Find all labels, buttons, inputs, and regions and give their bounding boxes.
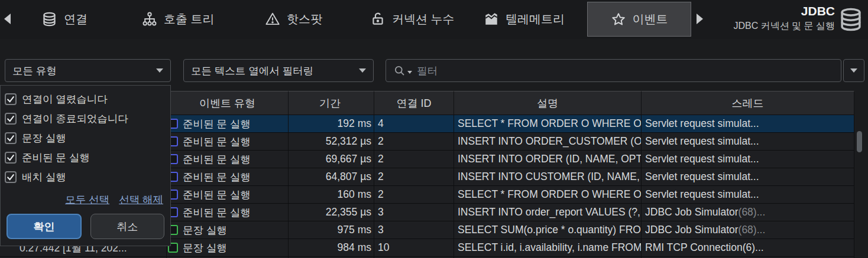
description-cell: INSERT INTO ORDER (ID, NAME, OPTIONS... bbox=[454, 151, 642, 168]
dropdown-value: 모든 유형 bbox=[12, 64, 57, 78]
telemetry-chart-icon bbox=[484, 11, 499, 27]
tab-label: 호출 트리 bbox=[164, 11, 215, 27]
connection-id-cell: 2 bbox=[374, 133, 454, 151]
thread-name: Servlet request simulat... bbox=[645, 171, 759, 183]
star-icon bbox=[611, 12, 626, 27]
duration-cell: 975 ms bbox=[289, 221, 374, 239]
thread-name: Servlet request simulat... bbox=[645, 117, 759, 130]
view-subtitle: JDBC 커넥션 및 문 실행 bbox=[733, 20, 835, 32]
thread-cell: Servlet request simulat... bbox=[642, 186, 854, 204]
search-icon bbox=[393, 64, 406, 77]
checkbox-checked-icon[interactable] bbox=[5, 132, 17, 144]
connection-id-cell: 3 bbox=[374, 204, 454, 221]
event-type-label: 문장 실행 bbox=[183, 223, 227, 237]
search-placeholder: 필터 bbox=[417, 64, 438, 78]
connection-id-cell: 2 bbox=[374, 186, 454, 204]
tab-label: 연결 bbox=[64, 11, 88, 27]
search-options-chevron-icon bbox=[407, 71, 412, 74]
duration-cell: 160 ms bbox=[289, 186, 374, 204]
checkbox-checked-icon[interactable] bbox=[5, 113, 17, 125]
select-all-link[interactable]: 모두 선택 bbox=[65, 192, 109, 207]
thread-cell: Servlet request simulat... bbox=[642, 115, 854, 133]
event-type-cell: 준비된 문 실행 bbox=[167, 168, 289, 186]
tab-label: 이벤트 bbox=[633, 11, 668, 27]
thread-name: Servlet request simulat... bbox=[645, 153, 759, 165]
duration-cell: 984 ms bbox=[289, 239, 374, 257]
checkbox-checked-icon[interactable] bbox=[5, 171, 17, 183]
tab-bar: 연결 호출 트리 핫스팟 bbox=[0, 0, 868, 39]
thread-cell: Servlet request simulat... bbox=[642, 168, 854, 186]
event-type-cell: 준비된 문 실행 bbox=[167, 204, 289, 221]
tab-hotspots[interactable]: 핫스팟 bbox=[265, 0, 322, 38]
deselect-link[interactable]: 선택 해제 bbox=[119, 192, 163, 207]
event-type-label: 준비된 문 실행 bbox=[183, 205, 251, 220]
description-cell: SELECT SUM(o.price * o.quantity) FROM c.… bbox=[454, 221, 642, 239]
duration-cell: 52,312 µs bbox=[289, 133, 374, 151]
event-type-label: 준비된 문 실행 bbox=[183, 170, 251, 184]
filter-history-dropdown-button[interactable] bbox=[843, 59, 864, 82]
connection-leak-lock-icon bbox=[370, 11, 386, 27]
event-type-filter-popup: 연결이 열렸습니다 연결이 종료되었습니다 문장 실행 준비된 문 실행 bbox=[0, 85, 171, 246]
description-cell: INSERT INTO ORDER_CUSTOMER (ORDER... bbox=[454, 133, 642, 151]
event-type-option[interactable]: 연결이 열렸습니다 bbox=[1, 89, 170, 109]
event-type-cell: 준비된 문 실행 bbox=[167, 115, 289, 133]
database-icon bbox=[41, 11, 57, 27]
view-identity: JDBC JDBC 커넥션 및 문 실행 bbox=[733, 4, 835, 32]
thread-id-muted: (68)... bbox=[739, 224, 766, 236]
event-type-option[interactable]: 배치 실행 bbox=[1, 167, 170, 187]
checkbox-checked-icon[interactable] bbox=[5, 93, 17, 105]
call-tree-icon bbox=[142, 11, 157, 27]
thread-name: JDBC Job Simulator bbox=[645, 224, 739, 236]
tab-label: 핫스팟 bbox=[287, 11, 322, 27]
tab-label: 텔레메트리 bbox=[506, 11, 565, 27]
checkbox-checked-icon[interactable] bbox=[5, 152, 17, 164]
tab-call-tree[interactable]: 호출 트리 bbox=[142, 0, 215, 38]
thread-cell: RMI TCP Connection(6)... bbox=[642, 239, 854, 257]
connection-id-cell: 3 bbox=[374, 221, 454, 239]
tab-connection-leaks[interactable]: 커넥션 누수 bbox=[370, 0, 455, 38]
view-title: JDBC bbox=[733, 4, 835, 18]
option-label: 연결이 열렸습니다 bbox=[22, 92, 108, 106]
vertical-scrollbar-thumb[interactable] bbox=[857, 131, 862, 152]
option-label: 문장 실행 bbox=[22, 131, 66, 145]
hotspot-warning-icon bbox=[265, 11, 280, 27]
option-label: 연결이 종료되었습니다 bbox=[22, 112, 128, 126]
column-header-description[interactable]: 설명 bbox=[454, 91, 642, 115]
event-type-label: 준비된 문 실행 bbox=[183, 117, 251, 131]
column-header-event-type[interactable]: 이벤트 유형 bbox=[167, 91, 289, 115]
tab-connections[interactable]: 연결 bbox=[41, 0, 88, 38]
scroll-tabs-right-icon[interactable] bbox=[697, 14, 703, 24]
thread-name: Servlet request simulat... bbox=[645, 188, 759, 201]
ok-button[interactable]: 확인 bbox=[7, 214, 82, 239]
duration-cell: 64,807 µs bbox=[289, 168, 374, 186]
thread-name: Servlet request simulat... bbox=[645, 135, 759, 148]
thread-cell: Servlet request simulat... bbox=[642, 151, 854, 168]
option-label: 배치 실행 bbox=[22, 170, 66, 184]
thread-name: RMI TCP Connection(6)... bbox=[645, 241, 764, 254]
tab-label: 커넥션 누수 bbox=[392, 11, 455, 27]
dropdown-value: 모든 텍스트 열에서 필터링 bbox=[191, 64, 313, 78]
column-header-duration[interactable]: 기간 bbox=[289, 91, 374, 115]
description-cell: SELECT * FROM ORDER O WHERE O.DATE .. bbox=[454, 186, 642, 204]
connection-id-cell: 2 bbox=[374, 151, 454, 168]
description-cell: INSERT INTO order_report VALUES (?, ?, ?… bbox=[454, 204, 642, 221]
filter-search-input[interactable]: 필터 bbox=[386, 59, 841, 82]
thread-name: JDBC Job Simulator bbox=[645, 206, 739, 218]
tab-telemetries[interactable]: 텔레메트리 bbox=[484, 0, 565, 38]
column-header-thread[interactable]: 스레드 bbox=[642, 91, 854, 115]
thread-id-muted: (68)... bbox=[739, 206, 766, 218]
event-type-filter-dropdown[interactable]: 모든 유형 bbox=[5, 59, 171, 82]
cancel-button[interactable]: 취소 bbox=[90, 214, 164, 239]
event-type-option[interactable]: 연결이 종료되었습니다 bbox=[1, 109, 170, 128]
tab-events[interactable]: 이벤트 bbox=[587, 2, 691, 37]
event-type-option[interactable]: 문장 실행 bbox=[1, 128, 170, 148]
duration-cell: 192 ms bbox=[289, 115, 374, 133]
popup-links: 모두 선택 선택 해제 bbox=[65, 192, 163, 207]
connection-id-cell: 10 bbox=[374, 239, 454, 257]
scroll-tabs-left-icon[interactable] bbox=[4, 14, 11, 24]
chevron-down-icon bbox=[850, 68, 857, 73]
event-type-label: 문장 실행 bbox=[183, 241, 227, 255]
event-type-option[interactable]: 준비된 문 실행 bbox=[1, 148, 170, 167]
column-header-connection-id[interactable]: 연결 ID bbox=[374, 91, 454, 115]
filter-column-dropdown[interactable]: 모든 텍스트 열에서 필터링 bbox=[183, 59, 374, 82]
